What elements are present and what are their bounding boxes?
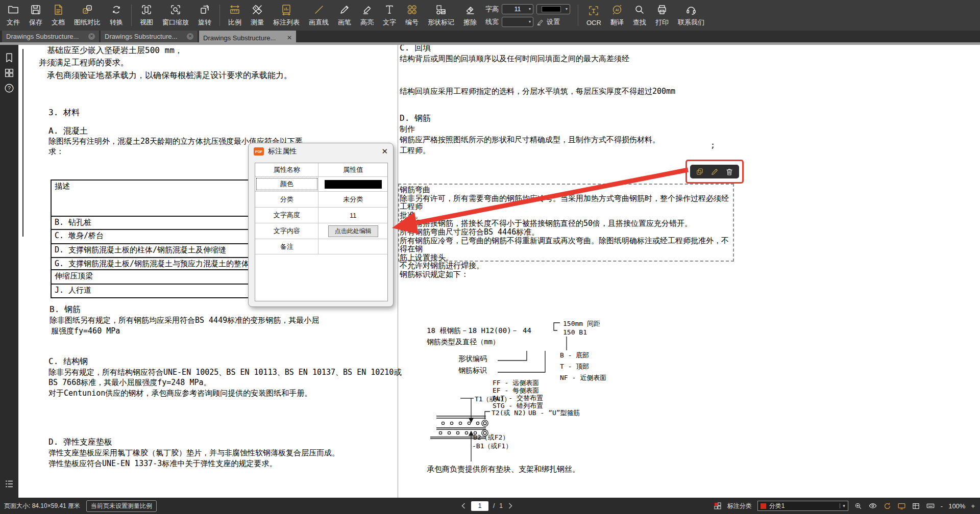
edit-pencil-icon[interactable] <box>710 167 719 176</box>
category-value: 分类1 <box>769 502 785 510</box>
line-width-select[interactable]: ▾ <box>502 17 533 27</box>
next-page-icon[interactable] <box>507 502 513 509</box>
copy-icon[interactable] <box>695 167 704 176</box>
outline-list-icon[interactable] <box>4 478 15 490</box>
contact-us-button[interactable]: 联系我们 <box>673 0 709 31</box>
convert-icon <box>110 4 122 16</box>
close-icon[interactable]: ✕ <box>287 34 292 41</box>
zoom-in-button[interactable]: + <box>971 502 975 510</box>
keyboard-icon[interactable] <box>926 501 935 510</box>
chevron-down-icon: ▾ <box>529 19 531 24</box>
tab-drawings-1[interactable]: Drawings Substructure... ✕ <box>2 31 99 42</box>
highlighter-icon <box>361 4 373 16</box>
document-label: 文档 <box>52 18 65 27</box>
zoom-level: 100% <box>948 502 965 510</box>
convert-button[interactable]: 转换 <box>105 0 128 31</box>
doc-text-line: 如确需搭接钢筋，搭接长度不得小于被搭接钢筋直径的50倍，且搭接位置应充分错开。 <box>400 219 734 228</box>
text-height-row-value[interactable]: 11 <box>318 208 387 223</box>
close-icon[interactable]: ✕ <box>381 147 388 156</box>
window-zoom-button[interactable]: 窗口缩放 <box>158 0 193 31</box>
draw-line-button[interactable]: 画直线 <box>304 0 333 31</box>
table-view-icon[interactable] <box>912 502 920 510</box>
doc-text-line: 钢筋应严格按照图纸所示的形状和尺寸精确成型，且制作方式不得损伤材料。 <box>400 135 660 145</box>
pen-button[interactable]: 画笔 <box>333 0 356 31</box>
delete-trash-icon[interactable] <box>725 167 734 176</box>
document-button[interactable]: 文档 <box>47 0 69 31</box>
zoom-area-icon[interactable] <box>854 502 863 510</box>
shape-mark-button[interactable]: 形状标记 <box>423 0 459 31</box>
save-icon <box>30 4 42 16</box>
drawing-compare-button[interactable]: A B 图纸对比 <box>69 0 105 31</box>
annotation-properties-dialog: PDF 标注属性 ✕ 属性名称 属性值 颜色 分类 未分类 文字高度 11 文字… <box>248 143 394 307</box>
font-height-select[interactable]: 11 ▾ <box>502 4 533 14</box>
tab-label: Drawings Substructure... <box>203 34 276 42</box>
measure-scale-notice[interactable]: 当前页未设置测量比例 <box>86 500 157 512</box>
save-button[interactable]: 保存 <box>24 0 47 31</box>
screen-share-icon[interactable] <box>897 502 906 510</box>
pen-label: 画笔 <box>338 18 351 27</box>
doc-text-line: 钢筋弯曲 <box>400 186 734 194</box>
settings-button[interactable]: 设置 <box>536 17 560 27</box>
find-button[interactable]: 查找 <box>628 0 651 31</box>
window-zoom-label: 窗口缩放 <box>162 18 189 27</box>
category-dropdown[interactable]: 分类1 ▾ <box>757 501 848 511</box>
help-icon[interactable]: ? <box>4 83 15 94</box>
zoom-out-button[interactable]: - <box>941 502 943 510</box>
current-page-input[interactable]: 1 <box>471 501 488 511</box>
edit-text-content-button[interactable]: 点击此处编辑 <box>328 225 378 237</box>
color-select[interactable]: ▾ <box>536 4 570 14</box>
remark-row-label: 备注 <box>255 239 318 254</box>
erase-button[interactable]: 擦除 <box>459 0 481 31</box>
svg-text:B: B <box>84 10 86 13</box>
prev-page-icon[interactable] <box>460 502 467 509</box>
rotate-button[interactable]: 旋转 <box>193 0 216 31</box>
doc-section-title: D. 钢筋 <box>400 113 431 124</box>
header-property-value: 属性值 <box>318 163 387 176</box>
red-highlight-box <box>685 160 744 184</box>
text-button[interactable]: 文字 <box>378 0 401 31</box>
view-button[interactable]: 视图 <box>135 0 158 31</box>
file-button[interactable]: 文件 <box>2 0 24 31</box>
scale-button[interactable]: 比例 <box>224 0 246 31</box>
chevron-down-icon: ▾ <box>566 7 568 11</box>
number-button[interactable]: 1 2 3 4 编号 <box>401 0 423 31</box>
ocr-icon <box>587 5 600 17</box>
category-grid-icon <box>714 502 722 510</box>
highlight-button[interactable]: 高亮 <box>356 0 378 31</box>
ocr-button[interactable]: OCR <box>582 0 606 31</box>
color-row-value[interactable] <box>318 177 387 191</box>
search-icon <box>633 4 646 16</box>
pdf-app-icon: PDF <box>254 147 264 156</box>
print-button[interactable]: 打印 <box>651 0 673 31</box>
bookmark-icon[interactable] <box>4 52 15 63</box>
doc-section-title: A. 混凝土 <box>48 126 88 137</box>
translate-button[interactable]: AI 翻译 <box>606 0 628 31</box>
remark-row-value[interactable] <box>318 239 387 254</box>
annotation-list-button[interactable]: 标注列表 <box>268 0 304 31</box>
doc-section-title: B. 钢筋 <box>50 304 81 315</box>
toolbar-separator <box>578 5 578 26</box>
eye-icon[interactable] <box>868 501 877 510</box>
dialog-titlebar[interactable]: PDF 标注属性 ✕ <box>249 143 393 160</box>
measure-button[interactable]: 测量 <box>246 0 268 31</box>
close-icon[interactable]: ✕ <box>88 33 95 40</box>
find-label: 查找 <box>633 18 646 27</box>
color-swatch[interactable] <box>325 180 382 189</box>
translate-label: 翻译 <box>610 18 624 27</box>
annotation-list-label: 标注列表 <box>273 18 300 27</box>
doc-text-line: 制作 <box>400 124 415 134</box>
sync-refresh-icon[interactable] <box>883 502 892 510</box>
annotation-selected-text: 钢筋弯曲 除非另有许可，所有需要弯曲的钢筋均应冷弯。当采用加热方式弯曲钢筋时，整… <box>400 186 734 279</box>
category-row-value[interactable]: 未分类 <box>318 192 387 207</box>
header-property-name: 属性名称 <box>255 163 318 176</box>
diagram-label: 18 根钢筋－18 H12(00)－ 44 <box>427 326 531 336</box>
thumbnail-grid-icon[interactable] <box>4 67 15 79</box>
chevron-down-icon: ▾ <box>840 503 845 508</box>
table-row: 备注 <box>255 239 387 254</box>
tab-drawings-2[interactable]: Drawings Substructure... ✕ <box>101 31 198 42</box>
text-height-row-label: 文字高度 <box>255 208 318 223</box>
page-separator: / <box>493 502 495 509</box>
close-icon[interactable]: ✕ <box>187 33 193 40</box>
left-sidebar: ? <box>0 45 18 498</box>
tab-drawings-3-active[interactable]: Drawings Substructure... ✕ <box>199 31 296 45</box>
